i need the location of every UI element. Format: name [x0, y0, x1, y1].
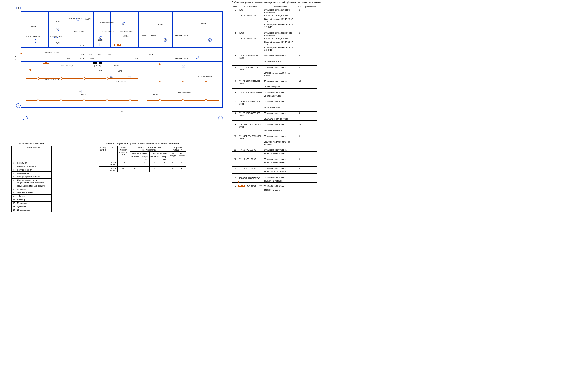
- expl-row: 7Помещение моющих средств: [12, 184, 52, 188]
- expl-row: 5Лаборатория молочная: [12, 175, 52, 178]
- floorplan-area: Б А 1 2 12000 18000 6 7 14 3 8 4 9 2 5 1…: [9, 4, 223, 119]
- fl-f1: 3ЛВО34 4х18/2,6: [26, 36, 40, 38]
- eq-row: 7ТУ РБ 100750229.004-2003Установка свети…: [232, 100, 317, 106]
- grid-mark-2: 2: [218, 116, 223, 120]
- fx-m: [159, 80, 161, 82]
- eq-h-qty: Кол.: [297, 5, 303, 8]
- sho-label: ЩО: [99, 64, 102, 66]
- eq-row: ЛПО2 на потолке: [232, 94, 317, 98]
- legend-emerg-text: - Светильник аварийного освещения: [246, 184, 281, 187]
- exit-2: ✱: [29, 68, 32, 72]
- panel-row: 1УОЩВ-8 УХЛ42,74711-106: [99, 161, 186, 166]
- eq-row: [232, 63, 317, 66]
- fl-f11: 2ЛВО34 4х18/2,6: [44, 52, 59, 54]
- fl-f6: 1ЛПО22 2х8/2,6: [100, 30, 114, 32]
- eq-row: ТУ 16-536.610-82Щиток типа УОЩВ-6 УХЛ4: [232, 14, 317, 18]
- lux-200-2: 200лк: [158, 24, 163, 26]
- panel-sho: [99, 62, 102, 64]
- eq-row: 12ТУ 16-676.159-96Установка светильника2: [232, 158, 317, 161]
- room-13: [102, 61, 122, 77]
- panel-data-table: Данные о групповых щитках с автоматическ…: [99, 142, 186, 172]
- shoa-label: ЩОа: [93, 64, 97, 66]
- fl-f4: 1ЛПО 2х8/2,6: [74, 30, 85, 32]
- fl-f12: 13ЛПО22 2х8/2,6: [44, 78, 59, 80]
- pt-h-triple: Трёхполюсные: [150, 152, 169, 155]
- panel-title: Данные о групповых щитках с автоматическ…: [99, 142, 186, 145]
- eq-row: НСПО2-100 на тросе: [232, 152, 317, 155]
- legend: Условные обозначения ✱ - Указатель "Выхо…: [238, 177, 281, 188]
- fx-b: [60, 77, 63, 80]
- eq-row: ЛПО01 на потолке: [232, 60, 317, 63]
- panel-row: 2УОЩВ-3 УХЛ40,473-1-104: [99, 166, 186, 172]
- eq-row: [232, 77, 317, 80]
- room-11: [21, 48, 223, 61]
- pt-h-in: на вводе: [169, 152, 177, 161]
- pt-h-socc: Занятые: [130, 155, 140, 161]
- panel-shoa: [94, 62, 97, 64]
- pt-h-type: Тип: [107, 146, 117, 161]
- fl-f15: 2ЛПО22 2/2,6: [61, 65, 73, 67]
- eq-row: [232, 146, 317, 148]
- fl-f16: 1ЛПО01 2х8: [116, 81, 127, 83]
- emerg-fix-1: [43, 62, 49, 64]
- eq-row: 10ТУ 3461-004-21098894-2004Установка све…: [232, 134, 317, 140]
- eq-row: 4ТУ РБ 100750229.005-2003Установка свети…: [232, 66, 317, 72]
- cable-run-1: [26, 78, 138, 79]
- eq-row: Вводной автомат ВА 47-29 3Р, 1×63: [232, 40, 317, 46]
- eq-row: ЛПО12 на стене: [232, 106, 317, 109]
- roomnum-1: 1: [182, 65, 185, 68]
- cable-run-4: [26, 59, 221, 59]
- expl-row: 11Коридор: [12, 198, 52, 201]
- n4a: №4a: [80, 58, 84, 60]
- expl-row: 12Молочная: [12, 201, 52, 205]
- eq-row: 13ТУ 16-676.161-98Установка светильника4: [232, 166, 317, 170]
- pt-h-breakers: Номера автоматических выключателей: [130, 146, 169, 152]
- grid-mark-1: 1: [23, 116, 28, 120]
- pt-h-single: Однополюсные: [130, 152, 149, 155]
- lux-150-5: 150лк: [152, 94, 158, 96]
- fx-h: [106, 99, 108, 102]
- expl-row: 10Уборная: [12, 194, 52, 198]
- eq-row: [232, 98, 317, 100]
- room-9: [111, 12, 138, 48]
- eq-row: [232, 155, 317, 158]
- eq-h-name: Наименование: [263, 5, 297, 8]
- expl-row: 13Душевая: [12, 205, 52, 208]
- expl-row: 4Венткамера: [12, 172, 52, 175]
- fx-i: [129, 99, 131, 102]
- fl-f14: 2НСПО2 100/2,0: [198, 75, 212, 77]
- lux-75-2: 75лк: [56, 42, 60, 44]
- equipment-title: Ведомость узлов установки электрического…: [232, 1, 323, 4]
- emerg-fix-2: [114, 44, 121, 46]
- floorplan: 6 7 14 3 8 4 9 2 5 11 12 13 10 1 200лк 7…: [21, 12, 223, 108]
- eq-row: [232, 29, 317, 31]
- expl-row: 2Комната персонала: [12, 164, 52, 168]
- fl-f9: 3ЛВО34 4х18/2,6: [175, 35, 189, 37]
- roomnum-11: 11: [196, 56, 199, 59]
- fx-k: [182, 99, 184, 102]
- eq-row: [232, 192, 317, 194]
- equipment-list: Ведомость узлов установки электрического…: [232, 1, 323, 194]
- n3a: №3a: [90, 58, 94, 60]
- emergency-fixture-icon: [238, 185, 245, 186]
- fl-f2: 2ЛПО12 1/3,9: [50, 36, 62, 38]
- pt-h-current: Ток расце- пителя, А: [169, 146, 186, 152]
- eq-row: ЛВО34 с модулем МКЭ, на потолке: [232, 140, 317, 146]
- eq-row: [232, 109, 317, 112]
- pt-h-num: Номер щитка: [99, 146, 108, 161]
- eq-row: ЛВО34 на потолке: [232, 129, 317, 132]
- fx-f: [60, 99, 63, 102]
- legend-exit-text: - Указатель "Выход": [242, 181, 261, 184]
- eq-row: 9ТУ 3461-004-21098894-2004Установка свет…: [232, 123, 317, 129]
- n1: №1: [67, 58, 70, 60]
- expl-row: 6Лаборатория пункта искусственного осеме…: [12, 178, 52, 184]
- eq-row: 8ТУ РБ 100750229.003-2000Установка свети…: [232, 112, 317, 117]
- grid-mark-b: Б: [16, 6, 21, 10]
- expl-hdr-num: Номер по плану: [12, 146, 16, 161]
- eq-row: ЛПО22 на тросе: [232, 85, 317, 88]
- eq-row: ЛБО12 "Выход" на стене: [232, 117, 317, 121]
- roomnum-2: 2: [164, 38, 167, 42]
- eq-h-pos: Поз.: [232, 5, 238, 8]
- lux-150-3: 150лк: [123, 35, 129, 37]
- roomnum-6: 6: [34, 40, 37, 43]
